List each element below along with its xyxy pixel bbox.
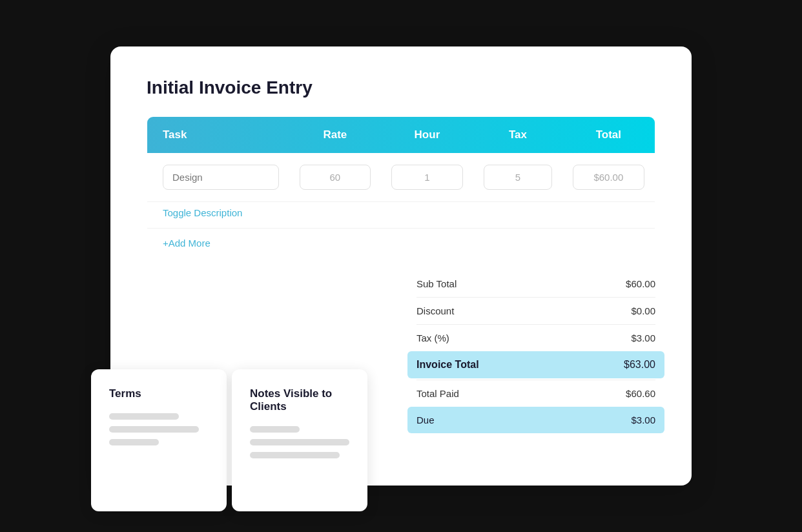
notes-card-title: Notes Visible to Clients <box>250 387 349 413</box>
col-header-rate: Rate <box>289 117 381 154</box>
discount-row: Discount $0.00 <box>416 299 655 323</box>
bottom-cards: Terms Notes Visible to Clients <box>91 369 373 511</box>
discount-label: Discount <box>416 305 454 316</box>
due-value: $3.00 <box>631 414 655 425</box>
invoice-total-row: Invoice Total $63.00 <box>407 351 664 378</box>
col-header-hour: Hour <box>381 117 473 154</box>
due-label: Due <box>416 414 435 425</box>
tax-cell <box>473 153 562 202</box>
hour-input[interactable] <box>391 165 463 190</box>
divider-3 <box>416 380 655 380</box>
tax-row: Tax (%) $3.00 <box>416 326 655 350</box>
due-row: Due $3.00 <box>407 407 664 433</box>
page-title: Initial Invoice Entry <box>147 77 655 98</box>
table-row <box>147 153 655 202</box>
table-header-row: Task Rate Hour Tax Total <box>147 117 655 154</box>
summary-table: Sub Total $60.00 Discount $0.00 Tax (%) … <box>416 272 655 435</box>
tax-input[interactable] <box>484 165 552 190</box>
main-card: Initial Invoice Entry Task Rate Hour Tax… <box>110 46 692 486</box>
terms-skeleton-3 <box>109 439 159 445</box>
rate-cell <box>289 153 381 202</box>
terms-card: Terms <box>91 369 227 511</box>
hour-cell <box>381 153 473 202</box>
invoice-table: Task Rate Hour Tax Total <box>147 116 655 259</box>
notes-skeleton-1 <box>250 426 300 433</box>
add-more-row: +Add More <box>147 229 655 259</box>
total-cell <box>562 153 655 202</box>
total-paid-value: $60.60 <box>626 388 655 399</box>
divider-1 <box>416 297 655 298</box>
tax-value: $3.00 <box>631 332 655 343</box>
terms-skeleton-2 <box>109 426 199 433</box>
total-paid-row: Total Paid $60.60 <box>416 382 655 405</box>
terms-skeleton-1 <box>109 413 179 420</box>
total-input <box>573 165 644 190</box>
divider-2 <box>416 324 655 325</box>
col-header-total: Total <box>562 117 655 154</box>
tax-label: Tax (%) <box>416 332 449 343</box>
total-paid-label: Total Paid <box>416 388 459 399</box>
toggle-description-link[interactable]: Toggle Description <box>163 207 242 218</box>
col-header-task: Task <box>147 117 290 154</box>
task-input[interactable] <box>163 165 279 190</box>
notes-skeleton-2 <box>250 439 349 445</box>
col-header-tax: Tax <box>473 117 562 154</box>
subtotal-value: $60.00 <box>626 278 655 289</box>
notes-skeleton-3 <box>250 452 340 458</box>
notes-card: Notes Visible to Clients <box>232 369 367 511</box>
subtotal-row: Sub Total $60.00 <box>416 272 655 296</box>
toggle-cell: Toggle Description <box>147 202 655 229</box>
invoice-total-value: $63.00 <box>624 359 655 371</box>
toggle-row: Toggle Description <box>147 202 655 229</box>
add-more-cell: +Add More <box>147 229 655 259</box>
task-cell <box>147 153 290 202</box>
rate-input[interactable] <box>300 165 371 190</box>
add-more-link[interactable]: +Add More <box>163 238 211 249</box>
discount-value: $0.00 <box>631 305 655 316</box>
invoice-total-label: Invoice Total <box>416 359 479 371</box>
terms-card-title: Terms <box>109 387 209 400</box>
subtotal-label: Sub Total <box>416 278 457 289</box>
